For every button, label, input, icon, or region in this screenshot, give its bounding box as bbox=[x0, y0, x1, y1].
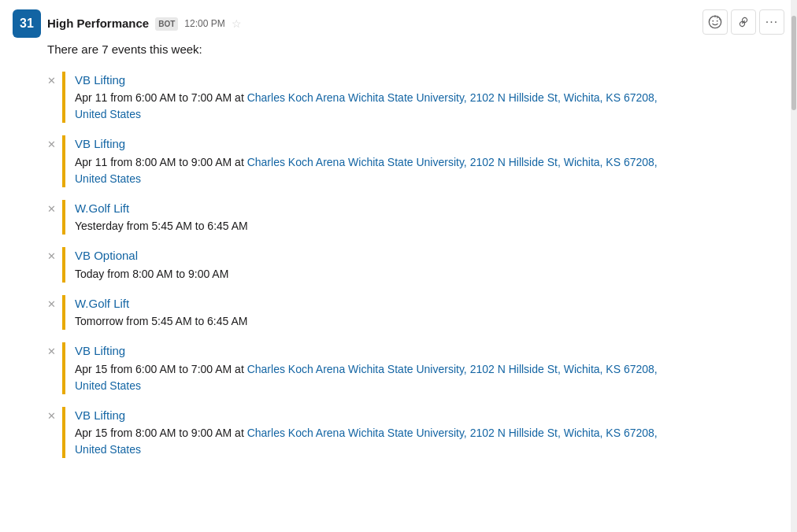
event-title[interactable]: VB Lifting bbox=[75, 344, 125, 357]
event-card: VB Optional Today from 8:00 AM to 9:00 A… bbox=[62, 247, 784, 283]
dismiss-button[interactable]: ✕ bbox=[47, 249, 56, 264]
scrollbar[interactable] bbox=[791, 0, 797, 532]
event-location[interactable]: Charles Koch Arena Wichita State Univers… bbox=[75, 91, 658, 120]
event-card: VB Lifting Apr 15 from 8:00 AM to 9:00 A… bbox=[62, 407, 784, 459]
event-location[interactable]: Charles Koch Arena Wichita State Univers… bbox=[75, 427, 658, 456]
events-list: ✕ VB Lifting Apr 11 from 6:00 AM to 7:00… bbox=[13, 65, 784, 465]
message-header: 31 High Performance BOT 12:00 PM ☆ bbox=[13, 9, 784, 38]
more-options-button[interactable]: ··· bbox=[759, 9, 784, 35]
event-details: Apr 15 from 6:00 AM to 7:00 AM at Charle… bbox=[75, 361, 784, 394]
list-item: ✕ VB Lifting Apr 11 from 8:00 AM to 9:00… bbox=[47, 129, 784, 194]
dismiss-button[interactable]: ✕ bbox=[47, 73, 56, 89]
message-container: ··· 31 High Performance BOT 12:00 PM ☆ T… bbox=[0, 0, 797, 532]
bot-badge: BOT bbox=[155, 17, 178, 31]
calendar-day: 31 bbox=[20, 17, 34, 30]
list-item: ✕ W.Golf Lift Yesterday from 5:45 AM to … bbox=[47, 194, 784, 242]
svg-point-3 bbox=[719, 19, 720, 20]
event-details: Yesterday from 5:45 AM to 6:45 AM bbox=[75, 218, 784, 235]
event-title[interactable]: VB Optional bbox=[75, 249, 138, 262]
event-details: Tomorrow from 5:45 AM to 6:45 AM bbox=[75, 313, 784, 330]
copy-link-button[interactable] bbox=[731, 9, 756, 35]
dismiss-button[interactable]: ✕ bbox=[47, 344, 56, 360]
list-item: ✕ VB Lifting Apr 15 from 6:00 AM to 7:00… bbox=[47, 336, 784, 401]
sender-name: High Performance bbox=[47, 15, 149, 33]
svg-point-2 bbox=[717, 20, 718, 22]
action-buttons: ··· bbox=[702, 9, 784, 35]
dismiss-button[interactable]: ✕ bbox=[47, 137, 56, 153]
event-card: W.Golf Lift Tomorrow from 5:45 AM to 6:4… bbox=[62, 295, 784, 331]
list-item: ✕ VB Optional Today from 8:00 AM to 9:00… bbox=[47, 241, 784, 289]
event-card: W.Golf Lift Yesterday from 5:45 AM to 6:… bbox=[62, 200, 784, 235]
event-title[interactable]: W.Golf Lift bbox=[75, 201, 129, 215]
event-card: VB Lifting Apr 11 from 8:00 AM to 9:00 A… bbox=[62, 135, 784, 187]
scrollbar-thumb[interactable] bbox=[791, 16, 796, 110]
event-details: Apr 15 from 8:00 AM to 9:00 AM at Charle… bbox=[75, 425, 784, 458]
list-item: ✕ VB Lifting Apr 11 from 6:00 AM to 7:00… bbox=[47, 65, 784, 130]
event-card: VB Lifting Apr 11 from 6:00 AM to 7:00 A… bbox=[62, 72, 784, 124]
svg-point-0 bbox=[709, 16, 721, 28]
event-location[interactable]: Charles Koch Arena Wichita State Univers… bbox=[75, 156, 658, 185]
event-details: Apr 11 from 6:00 AM to 7:00 AM at Charle… bbox=[75, 90, 784, 123]
event-card: VB Lifting Apr 15 from 6:00 AM to 7:00 A… bbox=[62, 342, 784, 394]
message-summary: There are 7 events this week: bbox=[13, 41, 784, 59]
event-title[interactable]: VB Lifting bbox=[75, 73, 125, 87]
list-item: ✕ W.Golf Lift Tomorrow from 5:45 AM to 6… bbox=[47, 289, 784, 337]
event-title[interactable]: W.Golf Lift bbox=[75, 297, 129, 310]
star-icon[interactable]: ☆ bbox=[232, 16, 242, 32]
dismiss-button[interactable]: ✕ bbox=[47, 201, 56, 217]
svg-point-1 bbox=[712, 20, 714, 22]
event-title[interactable]: VB Lifting bbox=[75, 137, 125, 150]
event-details: Apr 11 from 8:00 AM to 9:00 AM at Charle… bbox=[75, 154, 784, 187]
emoji-reaction-button[interactable] bbox=[702, 9, 728, 35]
event-location[interactable]: Charles Koch Arena Wichita State Univers… bbox=[75, 363, 658, 392]
dismiss-button[interactable]: ✕ bbox=[47, 408, 56, 424]
event-title[interactable]: VB Lifting bbox=[75, 408, 125, 422]
calendar-icon: 31 bbox=[13, 9, 41, 38]
dismiss-button[interactable]: ✕ bbox=[47, 297, 56, 312]
list-item: ✕ VB Lifting Apr 15 from 8:00 AM to 9:00… bbox=[47, 401, 784, 465]
event-details: Today from 8:00 AM to 9:00 AM bbox=[75, 266, 784, 283]
message-timestamp: 12:00 PM bbox=[184, 17, 224, 31]
